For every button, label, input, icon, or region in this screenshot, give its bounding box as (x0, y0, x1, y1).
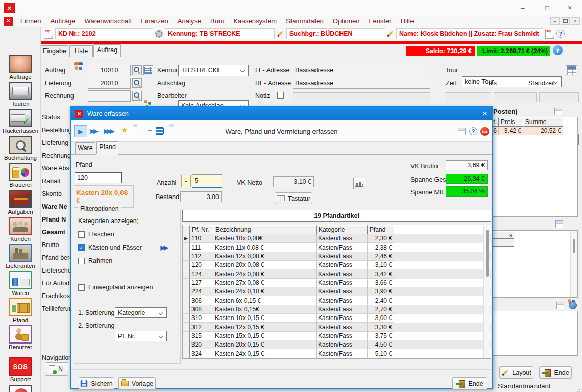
notiz-checkbox[interactable] (277, 92, 284, 99)
posten-col-preis[interactable]: Preis (499, 117, 523, 127)
pfand-table-row[interactable]: 312 Kasten 12x 0,15 € Kasten/Fass 3,30 € (183, 323, 491, 331)
menu-item[interactable]: Büro (206, 17, 229, 25)
sos-icon[interactable] (480, 127, 489, 136)
dialog-tab-ware[interactable]: Ware (75, 142, 95, 154)
notepad-icon[interactable] (554, 108, 562, 115)
notepad-icon[interactable] (556, 302, 564, 309)
sort1-select[interactable]: Kategorie (115, 307, 167, 318)
main-ende-button[interactable]: Ende (539, 366, 572, 379)
edit-pencil-icon[interactable] (387, 30, 394, 37)
sidebar-item[interactable]: Aufträge (0, 55, 41, 82)
notepad-icon[interactable] (458, 128, 466, 135)
header-pfand[interactable]: Pfand (368, 225, 394, 234)
pfand-table-row[interactable]: 224 Kasten 24x 0,10 € Kasten/Fass 3,90 € (183, 287, 491, 296)
mdi-close-button[interactable]: × (571, 17, 580, 25)
info-icon[interactable] (553, 45, 563, 55)
window-maximize-button[interactable]: □ (539, 3, 555, 12)
mdi-minimize-button[interactable]: – (550, 17, 560, 25)
sidebar-item[interactable]: Brauerei (0, 163, 41, 190)
pfand-table-row[interactable]: 308 Kasten 8x 0,15€ Kasten/Fass 2,70 € (183, 305, 491, 314)
tab-auftrag[interactable]: Auftrag (93, 44, 121, 57)
re-adresse-field[interactable]: Basisadresse (293, 78, 430, 89)
anzahl-input[interactable]: 5 (192, 174, 222, 188)
dialog-tab-pfand[interactable]: Pfand (96, 141, 118, 154)
sidebar-item[interactable]: Pfand (0, 298, 41, 325)
filter-checkbox-row[interactable]: Flaschen (74, 228, 180, 241)
menu-item[interactable]: Warenwirtschaft (80, 17, 137, 25)
pfand-table-row[interactable]: 320 Kasten 20x 0,15 € Kasten/Fass 4,50 € (183, 340, 491, 349)
header-pf-nr[interactable]: Pf. Nr. (190, 225, 213, 234)
calculation-button[interactable] (353, 178, 365, 189)
checkbox[interactable] (78, 231, 85, 238)
menu-item[interactable]: Aufträge (45, 17, 80, 25)
lf-adresse-field[interactable]: Basisadresse (293, 65, 430, 76)
sidebar-item[interactable]: Benutzer (0, 325, 41, 352)
notepad-icon[interactable] (555, 220, 563, 228)
pfand-number-input[interactable]: 120 (75, 172, 122, 183)
pfand-table-row[interactable]: ▶ 110 Kasten 10x 0,08€ Kasten/Fass 2,30 … (183, 234, 491, 243)
sichern-button[interactable]: Sichern (79, 377, 114, 390)
menu-item[interactable]: Analyse (173, 17, 206, 25)
sql-icon[interactable] (44, 29, 53, 39)
sort2-select[interactable]: Pf. Nr. (115, 331, 167, 341)
menu-item[interactable]: Firmen (16, 17, 45, 25)
dialog-ende-button[interactable]: Ende (452, 377, 487, 390)
checkbox[interactable] (78, 284, 85, 291)
middle-col-cut[interactable]: s (491, 231, 514, 239)
sidebar-item[interactable]: Rückerfassen (0, 109, 41, 136)
pfand-table-row[interactable]: 112 Kasten 12x 0,08 € Kasten/Fass 2,46 € (183, 252, 491, 261)
lieferung-number-field[interactable]: 20010 (88, 78, 131, 89)
blue-circle-icon[interactable] (569, 301, 577, 309)
customer-kennung-field[interactable]: Kennung: TB STRECKE (165, 28, 275, 39)
panel-scrollbar[interactable] (570, 231, 577, 297)
checkbox[interactable]: ✓ (78, 244, 85, 251)
filter-checkbox-row[interactable]: ✓ Kästen und Fässer ▶▶ (74, 241, 180, 254)
checkbox[interactable] (78, 258, 85, 264)
header-kategorie[interactable]: Kategorie (317, 225, 368, 234)
pfand-table-row[interactable]: 324 Kasten 24x 0,15 € Kasten/Fass 5,10 € (183, 349, 491, 358)
anzahl-sign-box[interactable]: - (181, 175, 191, 187)
sidebar-item[interactable]: Kunden (0, 217, 41, 244)
tab-liste[interactable]: Liste (69, 45, 93, 57)
auftrag-list-button[interactable] (143, 65, 153, 75)
lieferung-search-button[interactable] (132, 78, 142, 88)
middle-col-empty[interactable] (491, 239, 514, 247)
menu-item[interactable]: Stammdaten (281, 17, 328, 25)
rechnung-number-field[interactable] (88, 90, 131, 102)
tastatur-button[interactable]: Tastatur (275, 192, 312, 204)
dialog-close-button[interactable]: × (482, 109, 487, 118)
notiz-field[interactable] (293, 92, 430, 102)
navigation-new-button[interactable]: N (45, 362, 68, 376)
pfand-table-row[interactable]: 310 Kasten 10x 0,15 € Kasten/Fass 3,00 € (183, 314, 491, 323)
tab-eingabe[interactable]: Eingabe (41, 45, 68, 57)
vorlage-button[interactable]: Vorlage (118, 377, 156, 390)
menu-item[interactable]: Finanzen (136, 17, 173, 25)
pfand-table-row[interactable]: 111 Kasten 11x 0,08 € Kasten/Fass 2,38 € (183, 243, 491, 252)
sidebar-item[interactable]: Waren (0, 271, 41, 298)
table-scrollbar[interactable] (483, 226, 490, 358)
window-close-button[interactable]: × (562, 3, 578, 12)
pfand-table-row[interactable]: 120 Kasten 20x 0,08 € Kasten/Fass 3,10 € (183, 261, 491, 270)
filter-checkbox-row[interactable]: Rahmen (74, 254, 180, 267)
menu-item[interactable]: Fenster (365, 17, 396, 25)
einweg-checkbox-row[interactable]: Einwegpfand anzeigen (74, 281, 180, 294)
pfand-table-row[interactable]: 127 Kasten 27x 0,08 € Kasten/Fass 3,66 € (183, 279, 491, 287)
edit-pencil-icon[interactable] (277, 30, 284, 37)
menu-item[interactable]: Kassensystem (229, 17, 282, 25)
help-icon[interactable] (556, 30, 565, 38)
auftrag-search-button[interactable] (132, 65, 142, 75)
dialog-titlebar[interactable]: Ware erfassen × (71, 107, 492, 120)
resize-grip[interactable] (579, 389, 580, 390)
sidebar-item[interactable]: Touren (0, 82, 41, 109)
tour-calendar-button[interactable] (566, 65, 577, 76)
header-bezeichnung[interactable]: Bezeichnung (213, 225, 317, 234)
customer-number-field[interactable]: KD Nr.: 2102 (55, 28, 153, 39)
expand-arrows-icon[interactable]: ▶▶ (161, 244, 180, 251)
mdi-restore-button[interactable] (561, 17, 570, 25)
posten-col-summe[interactable]: Summe (523, 117, 563, 127)
sql-icon[interactable] (545, 29, 554, 39)
customer-search-field[interactable]: Suchbgr.: BÜDCHEN (286, 28, 384, 39)
sidebar-item[interactable]: Lieferanten (0, 244, 41, 271)
help-icon[interactable] (469, 127, 477, 135)
pfand-table-row[interactable]: 306 Kasten 6x 0,15 € Kasten/Fass 2,40 € (183, 296, 491, 305)
